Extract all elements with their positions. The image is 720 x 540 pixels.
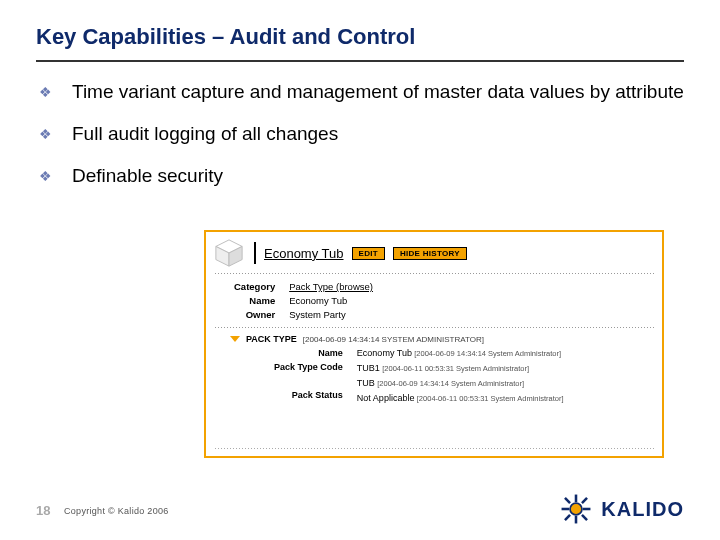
section-header[interactable]: PACK TYPE [2004-06-09 14:34:14 SYSTEM AD… <box>230 334 654 344</box>
bullet-text: Full audit logging of all changes <box>72 122 338 146</box>
detail-status-meta: [2004-06-11 00:53:31 System Administrato… <box>417 394 564 403</box>
header-definition: Category Name Owner Pack Type (browse) E… <box>234 280 654 322</box>
label-detail-name: Name <box>274 346 343 360</box>
diamond-bullet-icon: ❖ <box>36 165 54 187</box>
list-item: ❖ Full audit logging of all changes <box>36 122 684 146</box>
detail-block: Name Pack Type Code Pack Status Economy … <box>274 346 654 406</box>
brand-text: KALIDO <box>601 498 684 521</box>
dotted-divider <box>214 272 654 276</box>
header-labels: Category Name Owner <box>234 280 275 322</box>
detail-name-meta: [2004-06-09 14:34:14 System Administrato… <box>414 349 561 358</box>
panel-header: Economy Tub EDIT HIDE HISTORY <box>214 238 654 268</box>
page-title: Key Capabilities – Audit and Control <box>36 24 684 50</box>
label-name: Name <box>234 294 275 308</box>
svg-line-11 <box>565 515 570 520</box>
label-detail-code: Pack Type Code <box>274 360 343 374</box>
slide: Key Capabilities – Audit and Control ❖ T… <box>0 0 720 540</box>
copyright-text: Copyright © Kalido 2006 <box>64 506 169 516</box>
brand-logo: KALIDO <box>559 492 684 526</box>
header-values: Pack Type (browse) Economy Tub System Pa… <box>289 280 373 322</box>
diamond-bullet-icon: ❖ <box>36 81 54 103</box>
list-item: ❖ Definable security <box>36 164 684 188</box>
detail-code-meta: [2004-06-11 00:53:31 System Administrato… <box>382 364 529 373</box>
title-rule <box>36 60 684 62</box>
expand-arrow-icon[interactable] <box>230 336 240 342</box>
list-item: ❖ Time variant capture and management of… <box>36 80 684 104</box>
label-category: Category <box>234 280 275 294</box>
svg-line-9 <box>582 515 587 520</box>
vertical-divider <box>254 242 256 264</box>
detail-status-value: Not Applicable <box>357 393 415 403</box>
label-owner: Owner <box>234 308 275 322</box>
label-detail-status: Pack Status <box>274 388 343 402</box>
bullet-text: Time variant capture and management of m… <box>72 80 684 104</box>
value-owner: System Party <box>289 308 373 322</box>
breadcrumb[interactable]: Economy Tub <box>264 246 344 261</box>
section-meta: [2004-06-09 14:34:14 SYSTEM ADMINISTRATO… <box>303 335 484 344</box>
section-title: PACK TYPE <box>246 334 297 344</box>
bullet-text: Definable security <box>72 164 223 188</box>
page-number: 18 <box>36 503 50 518</box>
value-name: Economy Tub <box>289 294 373 308</box>
detail-code-extra: TUB <box>357 378 375 388</box>
detail-name-value: Economy Tub <box>357 348 412 358</box>
edit-button[interactable]: EDIT <box>352 247 385 260</box>
svg-point-3 <box>570 503 582 515</box>
kalido-logo-icon <box>559 492 593 526</box>
dotted-divider <box>214 447 654 450</box>
cube-icon <box>214 238 244 268</box>
detail-values: Economy Tub [2004-06-09 14:34:14 System … <box>357 346 564 406</box>
bullet-list: ❖ Time variant capture and management of… <box>36 80 684 188</box>
detail-code-extra-meta: [2004-06-09 14:34:14 System Administrato… <box>377 379 524 388</box>
detail-code-value: TUB1 <box>357 363 380 373</box>
hide-history-button[interactable]: HIDE HISTORY <box>393 247 467 260</box>
category-link[interactable]: Pack Type (browse) <box>289 281 373 292</box>
svg-line-10 <box>582 498 587 503</box>
diamond-bullet-icon: ❖ <box>36 123 54 145</box>
dotted-divider <box>214 326 654 330</box>
detail-labels: Name Pack Type Code Pack Status <box>274 346 343 406</box>
svg-line-8 <box>565 498 570 503</box>
embedded-screenshot-panel: Economy Tub EDIT HIDE HISTORY Category N… <box>204 230 664 458</box>
